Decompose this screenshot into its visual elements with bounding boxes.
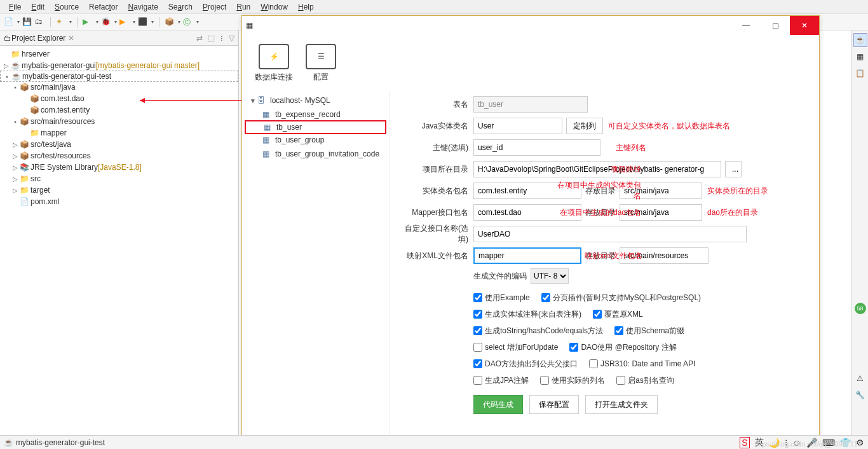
menu-search[interactable]: Search [163, 1, 198, 13]
table-item[interactable]: tb_expense_record [245, 107, 386, 121]
tree-item[interactable]: 📄pom.xml [0, 196, 238, 207]
browse-button[interactable]: ... [725, 161, 742, 177]
ime-icon[interactable]: S [740, 437, 749, 448]
filter-icon[interactable]: ⫶ [220, 34, 224, 43]
markers-icon[interactable]: ⚠ [853, 371, 867, 385]
save-config-button[interactable]: 保存配置 [529, 395, 579, 414]
save-all-icon[interactable]: 🗂 [35, 17, 45, 27]
build-icon[interactable]: ✦ [56, 17, 66, 27]
entity-label: Java实体类名 [397, 121, 473, 132]
coverage-icon[interactable]: ▶ [119, 17, 130, 27]
dao-pkg-red: 在项目中生成的dao包名 [555, 207, 644, 218]
tree-item[interactable]: 📁mapper [0, 127, 238, 139]
tree-item[interactable]: 📁hrserver [0, 48, 238, 60]
chk-jpa[interactable]: 生成JPA注解 [473, 375, 529, 386]
menu-navigate[interactable]: Navigate [123, 1, 163, 13]
maximize-button[interactable]: ▢ [761, 16, 790, 35]
ext-tools-icon[interactable]: ⬛ [138, 17, 148, 27]
run-icon[interactable]: ▶ [83, 17, 93, 27]
chk-tostring[interactable]: 生成toString/hashCode/equals方法 [473, 326, 603, 336]
new-class-icon[interactable]: Ⓒ [183, 17, 193, 27]
open-folder-button[interactable]: 打开生成文件夹 [585, 395, 658, 414]
debug-icon[interactable]: 🐞 [101, 17, 111, 27]
new-pkg-icon[interactable]: 📦 [165, 17, 175, 27]
generate-button[interactable]: 代码生成 [473, 395, 523, 414]
chk-pagination[interactable]: 分页插件(暂时只支持MySQL和PostgreSQL) [541, 293, 701, 303]
servers-icon[interactable]: 🔧 [853, 388, 867, 402]
xml-pkg-input[interactable] [473, 247, 581, 264]
tree-item[interactable]: ▪☕mybatis-generator-gui-test [0, 71, 238, 82]
chk-repository[interactable]: DAO使用 @Repository 注解 [569, 342, 676, 353]
view-menu-icon[interactable]: ▽ [229, 34, 234, 43]
menu-run[interactable]: Run [231, 1, 255, 13]
generator-dialog: ▦ — ▢ ✕ ⚡ 数据库连接 ☰ 配置 ▼ 🗄 localhost- MySQ… [241, 15, 820, 443]
db-root[interactable]: ▼ 🗄 localhost- MySQL [245, 93, 386, 107]
entity-dir-note: 实体类所在的目录 [702, 186, 768, 197]
right-gutter: ☕ ▦ 📋 58 ⚠ 🔧 [851, 31, 868, 435]
chk-jsr310[interactable]: JSR310: Date and Time API [589, 359, 695, 368]
form-panel: 表名 Java实体类名 定制列 可自定义实体类名，默认数据库表名 主键(选填) … [390, 91, 819, 443]
tree-item[interactable]: 📦com.test.dao [0, 93, 238, 104]
tree-item[interactable]: ▷📦src/test/resources [0, 150, 238, 162]
chk-parent-iface[interactable]: DAO方法抽出到公共父接口 [473, 359, 578, 370]
perspective-icon[interactable]: ☕ [853, 33, 867, 47]
badge-icon[interactable]: 58 [853, 301, 867, 315]
entity-input[interactable] [473, 118, 562, 134]
tree-item[interactable]: ▷📦src/test/java [0, 139, 238, 150]
close-button[interactable]: ✕ [790, 16, 819, 35]
task-icon[interactable]: 📋 [853, 66, 867, 80]
outline-icon[interactable]: ▦ [853, 50, 867, 64]
tree-item[interactable]: ▷☕mybatis-generator-gui [mybatis-generat… [0, 60, 238, 71]
menu-project[interactable]: Project [198, 1, 231, 13]
tree-item[interactable]: ▷📁target [0, 184, 238, 196]
menu-refactor[interactable]: Refactor [84, 1, 123, 13]
link-editor-icon[interactable]: ⬚ [208, 34, 215, 43]
tree-item[interactable]: ▷📁src [0, 173, 238, 184]
proj-path-red: 项目路径 [608, 164, 644, 175]
new-icon[interactable]: 📄 [4, 17, 14, 27]
chk-schema[interactable]: 使用Schema前缀 [614, 326, 684, 336]
chk-comments[interactable]: 生成实体域注释(来自表注释) [473, 309, 581, 320]
xml-pkg-red: 映射xml文件包名 [575, 251, 645, 261]
tree-item[interactable]: ▪📦src/main/resources [0, 116, 238, 127]
tree-item[interactable]: ▪📦src/main/java [0, 81, 238, 93]
config-button[interactable]: ☰ 配置 [306, 44, 336, 83]
db-connect-button[interactable]: ⚡ 数据库连接 [255, 44, 293, 83]
menubar: File Edit Source Refactor Navigate Searc… [0, 0, 868, 14]
table-item[interactable]: tb_user [245, 120, 386, 134]
menu-file[interactable]: File [4, 1, 26, 13]
dao-pkg-label: Mapper接口包名 [397, 207, 473, 218]
table-item[interactable]: tb_user_group_invitation_code [245, 147, 386, 161]
menu-edit[interactable]: Edit [26, 1, 50, 13]
tree-item[interactable]: ▷📚JRE System Library [JavaSE-1.8] [0, 162, 238, 173]
chk-overwrite[interactable]: 覆盖原XML [593, 309, 643, 320]
table-item[interactable]: tb_user_group [245, 133, 386, 147]
save-icon[interactable]: 💾 [22, 17, 32, 27]
iface-input[interactable] [473, 226, 747, 242]
chk-forupdate[interactable]: select 增加ForUpdate [473, 342, 558, 353]
statusbar: ☕ mybatis-generator-gui-test S 英 🌙 ⁝ ☺ 🎤… [0, 435, 868, 449]
pk-note: 主键列名 [600, 142, 646, 153]
chk-actual-cols[interactable]: 使用实际的列名 [540, 375, 605, 386]
app-icon: ▦ [246, 21, 256, 30]
collapse-icon[interactable]: ⇄ [196, 34, 203, 43]
pk-input[interactable] [473, 139, 600, 156]
encoding-select[interactable]: UTF- 8 [531, 268, 569, 284]
custom-columns-button[interactable]: 定制列 [566, 118, 603, 134]
chk-example[interactable]: 使用Example [473, 293, 530, 303]
database-tree[interactable]: ▼ 🗄 localhost- MySQL tb_expense_recordtb… [242, 91, 390, 443]
entity-pkg-label: 实体类名包名 [397, 186, 473, 197]
close-view-icon[interactable]: ✕ [68, 34, 74, 43]
menu-help[interactable]: Help [293, 1, 319, 13]
menu-source[interactable]: Source [50, 1, 84, 13]
project-tree[interactable]: 📁hrserver▷☕mybatis-generator-gui [mybati… [0, 46, 238, 436]
tree-item[interactable]: 📦com.test.entity [0, 104, 238, 116]
chk-alias[interactable]: 启as别名查询 [616, 375, 674, 386]
proj-path-input[interactable] [473, 161, 721, 177]
pk-label: 主键(选填) [397, 142, 473, 153]
dao-dir-note: dao所在的目录 [702, 207, 758, 218]
menu-window[interactable]: Window [255, 1, 293, 13]
status-project-icon: ☕ [4, 438, 13, 447]
xml-pkg-label: 映射XML文件包名 [397, 251, 473, 261]
minimize-button[interactable]: — [731, 16, 761, 35]
